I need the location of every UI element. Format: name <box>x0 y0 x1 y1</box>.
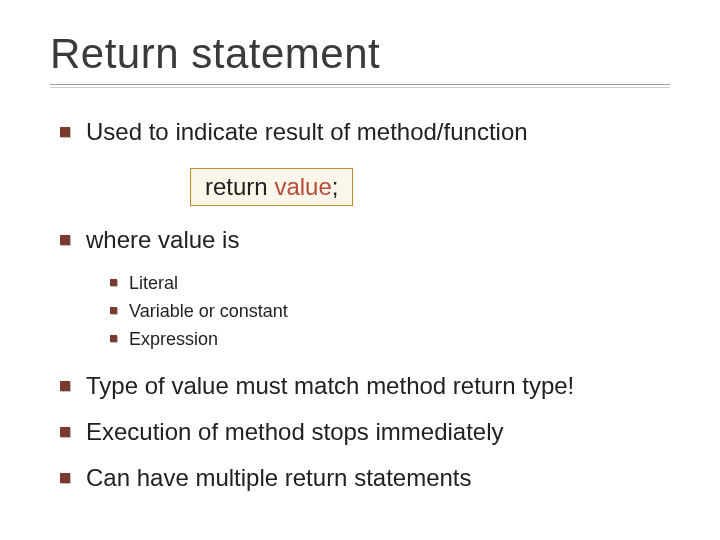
square-bullet-icon <box>60 473 70 483</box>
bullet-text: Can have multiple return statements <box>86 462 472 494</box>
bullet-text: Expression <box>129 327 218 351</box>
bullet-text: Literal <box>129 271 178 295</box>
slide: Return statement Used to indicate result… <box>0 0 720 540</box>
code-tail: ; <box>332 173 339 200</box>
code-keyword: return <box>205 173 274 200</box>
square-bullet-icon <box>60 235 70 245</box>
bullet-item: Execution of method stops immediately <box>60 416 670 448</box>
square-bullet-icon <box>110 279 117 286</box>
square-bullet-icon <box>60 127 70 137</box>
slide-title: Return statement <box>50 30 670 78</box>
bullet-text: Type of value must match method return t… <box>86 370 574 402</box>
bullet-text: Execution of method stops immediately <box>86 416 504 448</box>
square-bullet-icon <box>110 307 117 314</box>
code-value: value <box>274 173 331 200</box>
bullet-item: Type of value must match method return t… <box>60 370 670 402</box>
bullet-text: where value is <box>86 224 239 256</box>
bullet-item: where value is <box>60 224 670 256</box>
slide-content: Used to indicate result of method/functi… <box>50 116 670 495</box>
title-underline <box>50 84 670 88</box>
bullet-item: Used to indicate result of method/functi… <box>60 116 670 148</box>
bullet-text: Used to indicate result of method/functi… <box>86 116 528 148</box>
sub-bullet-item: Variable or constant <box>110 299 670 323</box>
square-bullet-icon <box>60 427 70 437</box>
bullet-text: Variable or constant <box>129 299 288 323</box>
square-bullet-icon <box>110 335 117 342</box>
sub-bullet-item: Expression <box>110 327 670 351</box>
code-snippet-box: return value; <box>190 168 353 206</box>
square-bullet-icon <box>60 381 70 391</box>
bullet-item: Can have multiple return statements <box>60 462 670 494</box>
sub-bullet-item: Literal <box>110 271 670 295</box>
